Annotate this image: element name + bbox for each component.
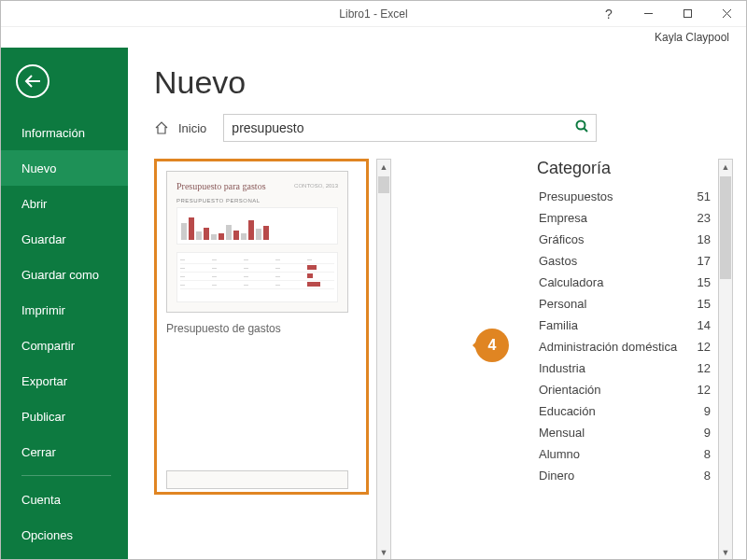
category-count: 9	[704, 404, 711, 418]
category-label: Gráficos	[539, 232, 584, 246]
minimize-button[interactable]	[628, 1, 668, 27]
window-title: Libro1 - Excel	[339, 7, 407, 21]
category-count: 12	[698, 340, 711, 354]
category-label: Personal	[539, 297, 586, 311]
template-card-brand: CONTOSO, 2013	[294, 183, 338, 189]
scroll-thumb[interactable]	[378, 176, 389, 193]
category-count: 51	[698, 189, 711, 203]
tutorial-callout: 4	[475, 329, 509, 362]
sidebar-divider	[21, 475, 111, 476]
scroll-down-icon[interactable]: ▼	[377, 545, 390, 560]
category-count: 15	[698, 275, 711, 289]
scroll-up-icon[interactable]: ▲	[377, 160, 390, 175]
category-label: Industria	[539, 361, 585, 375]
category-item[interactable]: Empresa23	[537, 207, 718, 229]
category-count: 12	[698, 383, 711, 397]
category-item[interactable]: Dinero8	[537, 465, 718, 486]
category-label: Presupuestos	[539, 189, 613, 203]
template-result-highlight: Presupuesto para gastos CONTOSO, 2013 PR…	[154, 159, 369, 495]
sidebar-item-abrir[interactable]: Abrir	[1, 186, 128, 221]
category-count: 17	[698, 254, 711, 268]
category-item[interactable]: Gastos17	[537, 250, 718, 272]
category-label: Educación	[539, 404, 596, 418]
category-count: 15	[698, 297, 711, 311]
category-label: Gastos	[539, 254, 577, 268]
scroll-track[interactable]	[719, 175, 732, 545]
close-button[interactable]	[707, 1, 746, 27]
page-heading: Nuevo	[154, 64, 733, 101]
template-card-table: ————— ———— ———— ————	[176, 252, 338, 302]
category-label: Calculadora	[539, 275, 603, 289]
category-count: 9	[704, 426, 711, 440]
sidebar-item-feedback[interactable]: Feedback	[1, 553, 128, 560]
sidebar-item-exportar[interactable]: Exportar	[1, 363, 128, 399]
sidebar-item-informacion[interactable]: Información	[1, 115, 128, 150]
sidebar-item-opciones[interactable]: Opciones	[1, 517, 128, 553]
sidebar-item-guardar[interactable]: Guardar	[1, 221, 128, 257]
category-label: Alumno	[539, 447, 580, 461]
scroll-track[interactable]	[377, 175, 390, 545]
sidebar-item-publicar[interactable]: Publicar	[1, 399, 128, 434]
category-label: Empresa	[539, 211, 587, 225]
breadcrumb-home[interactable]: Inicio	[178, 121, 206, 135]
category-count: 18	[698, 232, 711, 246]
category-item[interactable]: Administración doméstica12	[537, 336, 718, 357]
scroll-up-icon[interactable]: ▲	[719, 160, 732, 175]
svg-line-5	[585, 129, 588, 133]
category-item[interactable]: Alumno8	[537, 443, 718, 465]
template-thumbnail[interactable]: Presupuesto para gastos CONTOSO, 2013 PR…	[166, 171, 348, 313]
scroll-down-icon[interactable]: ▼	[719, 545, 732, 560]
template-scrollbar[interactable]: ▲ ▼	[376, 159, 391, 560]
template-card-title: Presupuesto para gastos	[176, 181, 266, 191]
search-input[interactable]	[232, 120, 575, 135]
user-name[interactable]: Kayla Claypool	[655, 31, 729, 44]
maximize-button[interactable]	[668, 1, 707, 27]
svg-rect-1	[684, 10, 691, 18]
svg-point-4	[577, 121, 585, 130]
sidebar-item-cerrar[interactable]: Cerrar	[1, 434, 128, 469]
template-name: Presupuesto de gastos	[166, 322, 357, 335]
sidebar-item-guardar-como[interactable]: Guardar como	[1, 257, 128, 292]
template-search-box[interactable]	[223, 114, 597, 142]
category-item[interactable]: Orientación12	[537, 379, 718, 400]
category-count: 8	[704, 469, 711, 483]
category-item[interactable]: Gráficos18	[537, 229, 718, 250]
search-icon[interactable]	[575, 119, 588, 136]
category-label: Administración doméstica	[539, 340, 677, 354]
sidebar-item-compartir[interactable]: Compartir	[1, 328, 128, 363]
back-button[interactable]	[16, 64, 49, 98]
category-item[interactable]: Presupuestos51	[537, 186, 718, 207]
scroll-thumb[interactable]	[720, 176, 731, 279]
sidebar-item-cuenta[interactable]: Cuenta	[1, 482, 128, 517]
category-item[interactable]: Calculadora15	[537, 272, 718, 293]
template-card-chart	[176, 207, 338, 245]
category-item[interactable]: Personal15	[537, 293, 718, 315]
category-count: 14	[698, 318, 711, 332]
category-count: 8	[704, 447, 711, 461]
sidebar-item-nuevo[interactable]: Nuevo	[1, 150, 128, 186]
category-count: 23	[698, 211, 711, 225]
category-scrollbar[interactable]: ▲ ▼	[718, 159, 733, 560]
category-item[interactable]: Industria12	[537, 357, 718, 379]
template-thumbnail-next[interactable]	[166, 470, 348, 489]
backstage-sidebar: Información Nuevo Abrir Guardar Guardar …	[1, 48, 128, 560]
category-item[interactable]: Familia14	[537, 315, 718, 336]
category-label: Familia	[539, 318, 578, 332]
category-count: 12	[698, 361, 711, 375]
category-item[interactable]: Mensual9	[537, 422, 718, 443]
category-item[interactable]: Educación9	[537, 400, 718, 422]
category-label: Dinero	[539, 469, 574, 483]
sidebar-item-imprimir[interactable]: Imprimir	[1, 292, 128, 328]
help-button[interactable]: ?	[589, 1, 628, 27]
template-card-subtitle: PRESUPUESTO PERSONAL	[176, 198, 261, 203]
category-label: Orientación	[539, 383, 600, 397]
category-heading: Categoría	[537, 159, 718, 178]
category-label: Mensual	[539, 426, 585, 440]
home-icon[interactable]	[154, 120, 169, 135]
